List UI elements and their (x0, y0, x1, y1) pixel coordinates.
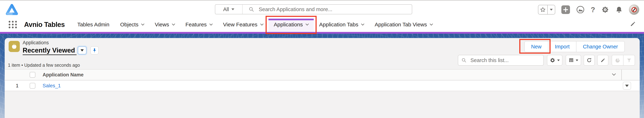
help-button[interactable]: ? (591, 6, 595, 13)
nav-tab-label: View Features (223, 21, 257, 28)
row-number: 1 (5, 83, 30, 89)
app-nav-bar: Avnio Tables Tables Admin Objects Views … (0, 17, 644, 34)
refresh-button[interactable] (584, 55, 595, 66)
setup-button[interactable] (601, 6, 609, 14)
table-row: 1 Sales_1 (5, 81, 640, 91)
select-all-checkbox[interactable] (30, 72, 36, 78)
funnel-icon (626, 58, 632, 63)
applications-object-icon (8, 41, 20, 52)
new-button-label: New (531, 44, 542, 50)
user-avatar[interactable] (629, 4, 639, 15)
search-icon (249, 7, 254, 12)
nav-tab-tables-admin[interactable]: Tables Admin (72, 17, 115, 32)
nav-tab-label: Views (155, 21, 169, 28)
list-meta-text: 1 item • Updated a few seconds ago (8, 63, 80, 68)
global-header: All (0, 0, 644, 17)
row-actions-button[interactable] (623, 82, 631, 90)
nav-tab-label: Applications (274, 21, 303, 28)
global-search: All (215, 4, 412, 14)
nav-tab-view-features[interactable]: View Features (218, 17, 268, 32)
new-button[interactable]: New (524, 41, 548, 52)
chevron-down-icon (430, 22, 433, 25)
caret-down-icon (557, 60, 560, 61)
list-controls (458, 55, 635, 66)
filter-button-disabled[interactable] (623, 55, 635, 66)
table-icon (568, 58, 574, 63)
chart-filter-button-group (612, 55, 635, 66)
column-menu-button[interactable] (612, 73, 615, 77)
bell-icon (615, 6, 623, 13)
import-button-label: Import (555, 44, 570, 50)
trailhead-icon (576, 6, 585, 14)
caret-down-icon (550, 9, 553, 10)
search-scope-selector[interactable]: All (215, 5, 242, 14)
avnio-logo-icon (5, 3, 19, 17)
question-mark-icon: ? (591, 6, 595, 13)
charts-button-disabled[interactable] (612, 55, 624, 66)
favorites-button-group (538, 5, 555, 14)
pencil-icon (600, 58, 606, 63)
chevron-down-icon (141, 22, 144, 25)
change-owner-button-label: Change Owner (583, 44, 618, 50)
column-header-application-name[interactable]: Application Name (42, 72, 84, 78)
edit-nav-pencil-icon[interactable] (630, 21, 636, 27)
nav-tab-views[interactable]: Views (149, 17, 180, 32)
list-view-name[interactable]: Recently Viewed (23, 47, 75, 54)
nav-tab-label: Application Tab Views (375, 21, 427, 28)
list-view-selector-button[interactable] (78, 46, 86, 54)
chevron-down-icon (612, 72, 616, 76)
row-checkbox[interactable] (30, 83, 36, 89)
nav-tab-label: Features (186, 21, 207, 28)
column-divider (621, 70, 622, 80)
caret-down-icon (625, 85, 629, 87)
page-background: Applications Recently Viewed (0, 34, 644, 118)
nav-tab-applications-active[interactable]: Applications (268, 17, 314, 32)
gear-icon (601, 6, 609, 14)
chevron-down-icon (210, 22, 213, 25)
notifications-button[interactable] (615, 6, 623, 13)
chevron-down-icon (172, 22, 175, 25)
caret-down-icon (232, 8, 234, 10)
nav-tab-application-tab-views[interactable]: Application Tab Views (369, 17, 438, 32)
display-as-button[interactable] (566, 55, 581, 66)
apple-icon (10, 42, 18, 50)
application-name-link[interactable]: Sales_1 (42, 83, 61, 89)
pin-list-button[interactable] (90, 46, 99, 55)
global-actions-add-button[interactable] (561, 5, 570, 14)
chevron-down-icon (306, 22, 309, 25)
nav-tab-features[interactable]: Features (180, 17, 218, 32)
list-view-focus-underline (23, 55, 76, 55)
favorites-star-button[interactable] (538, 5, 547, 14)
change-owner-button[interactable]: Change Owner (576, 41, 625, 52)
app-name: Avnio Tables (24, 21, 65, 28)
import-button[interactable]: Import (548, 41, 576, 52)
list-action-buttons: New Import Change Owner (524, 41, 625, 52)
list-search-box (458, 55, 544, 66)
pie-chart-icon (615, 57, 620, 63)
nav-tab-application-tabs[interactable]: Application Tabs (314, 17, 369, 32)
list-search-input[interactable] (470, 57, 544, 63)
table-header-row: Application Name (5, 69, 640, 80)
caret-down-icon (576, 60, 578, 61)
search-scope-label: All (223, 6, 229, 12)
nav-tab-label: Objects (120, 21, 138, 28)
search-icon (462, 58, 466, 63)
pin-icon (92, 48, 97, 53)
global-search-input[interactable] (258, 6, 412, 12)
object-label: Applications (23, 40, 99, 46)
favorites-list-button[interactable] (547, 5, 555, 14)
settings-gear-icon (550, 57, 556, 63)
list-settings-button[interactable] (547, 55, 562, 66)
guidance-center-button[interactable] (576, 6, 585, 14)
page-title-block: Applications Recently Viewed (23, 40, 99, 55)
inline-edit-button[interactable] (597, 55, 608, 66)
nav-tab-label: Application Tabs (319, 21, 358, 28)
star-icon (540, 7, 546, 12)
chevron-down-icon (260, 22, 264, 25)
chevron-down-icon (361, 22, 364, 25)
app-launcher-icon[interactable] (8, 20, 18, 29)
nav-tab-label: Tables Admin (77, 21, 109, 28)
salesforce-avnio-tables-screen: All (0, 0, 644, 118)
nav-tab-objects[interactable]: Objects (115, 17, 150, 32)
caret-down-icon (80, 49, 84, 51)
